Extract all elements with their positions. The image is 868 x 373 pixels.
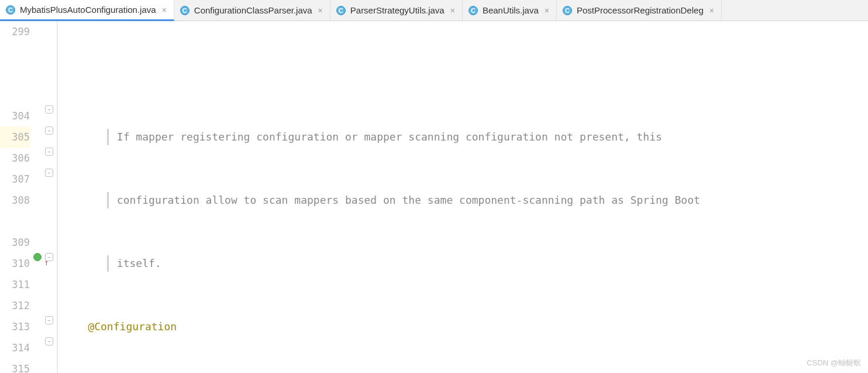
- fold-icon[interactable]: −: [45, 337, 53, 345]
- line-number: 308: [0, 190, 30, 211]
- fold-icon[interactable]: −: [45, 148, 53, 156]
- close-icon[interactable]: ×: [708, 6, 715, 15]
- close-icon[interactable]: ×: [161, 5, 168, 15]
- editor-tabs: C MybatisPlusAutoConfiguration.java × C …: [0, 0, 868, 21]
- line-number: 306: [0, 148, 30, 169]
- close-icon[interactable]: ×: [317, 6, 324, 15]
- tab-file-4[interactable]: C PostProcessorRegistrationDeleg ×: [557, 0, 722, 20]
- code-line: [63, 63, 868, 84]
- close-icon[interactable]: ×: [543, 6, 550, 15]
- doc-comment-line: configuration allow to scan mappers base…: [63, 190, 868, 211]
- fold-icon[interactable]: −: [45, 169, 53, 177]
- line-number: 299: [0, 21, 30, 42]
- close-icon[interactable]: ×: [449, 6, 456, 15]
- line-number: 310: [0, 253, 30, 274]
- tab-label: BeanUtils.java: [483, 5, 539, 15]
- line-number: 315: [0, 358, 30, 373]
- tab-file-1[interactable]: C ConfigurationClassParser.java ×: [174, 0, 330, 20]
- code-area[interactable]: If mapper registering configuration or m…: [57, 21, 868, 373]
- doc-comment-line: If mapper registering configuration or m…: [63, 126, 868, 148]
- tab-file-2[interactable]: C ParserStrategyUtils.java ×: [330, 0, 463, 20]
- line-number: 304: [0, 105, 30, 126]
- fold-icon[interactable]: −: [45, 126, 53, 135]
- class-icon: C: [6, 5, 15, 15]
- line-number: 313: [0, 316, 30, 337]
- code-editor[interactable]: 299 304 305 306 307 308 309 310 311 312 …: [0, 21, 868, 373]
- class-icon: C: [180, 6, 190, 15]
- tab-file-3[interactable]: C BeanUtils.java ×: [463, 0, 557, 20]
- line-number: 307: [0, 169, 30, 190]
- line-number: [0, 42, 30, 63]
- class-icon: C: [469, 6, 478, 15]
- code-line: @Configuration: [63, 316, 868, 337]
- line-number: 314: [0, 337, 30, 358]
- fold-icon[interactable]: −: [45, 253, 53, 261]
- line-number: 309: [0, 232, 30, 253]
- line-number: [0, 211, 30, 232]
- fold-icon[interactable]: −: [45, 316, 53, 324]
- tab-label: ConfigurationClassParser.java: [194, 5, 312, 15]
- line-number: [0, 84, 30, 105]
- line-number: 305: [0, 126, 30, 148]
- marker-gutter: − − − − ↑ − − −: [44, 21, 57, 373]
- class-icon: C: [563, 6, 572, 15]
- class-icon: C: [336, 6, 346, 15]
- line-number-gutter: 299 304 305 306 307 308 309 310 311 312 …: [0, 21, 44, 373]
- fold-icon[interactable]: −: [45, 105, 53, 114]
- line-number: [0, 63, 30, 84]
- override-marker-icon[interactable]: [33, 253, 42, 261]
- line-number: 311: [0, 274, 30, 295]
- watermark: CSDN @蚰蜒螟: [807, 358, 861, 368]
- tab-label: ParserStrategyUtils.java: [350, 5, 445, 15]
- tab-label: MybatisPlusAutoConfiguration.java: [20, 5, 156, 15]
- line-number: 312: [0, 295, 30, 316]
- tab-file-0[interactable]: C MybatisPlusAutoConfiguration.java ×: [0, 0, 174, 21]
- doc-comment-line: itself.: [63, 253, 868, 274]
- tab-label: PostProcessorRegistrationDeleg: [577, 5, 704, 15]
